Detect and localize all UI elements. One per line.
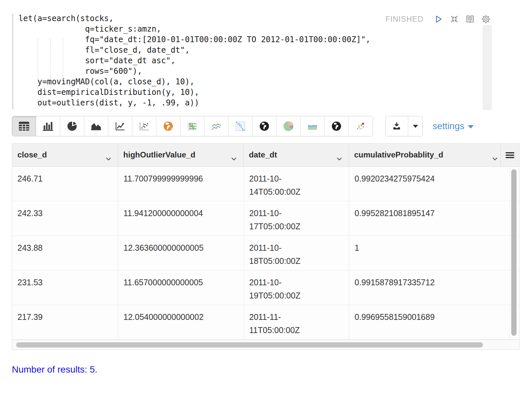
cell-cumulativeprobablity-d: 0.9920234275975424 <box>349 167 510 201</box>
code-line: fq="date_dt:[2010-01-01T00:00:00Z TO 201… <box>18 34 370 45</box>
viz-world-map-button[interactable] <box>156 116 180 136</box>
colored-scatter-icon <box>356 121 366 131</box>
download-button-group <box>385 116 423 136</box>
viz-colored-scatter-button[interactable] <box>349 116 373 136</box>
code-line: q=ticker_s:amzn, <box>18 24 370 34</box>
viz-scatter-plot-button[interactable] <box>132 116 156 136</box>
column-header-cumulativeprobablity-d[interactable]: cumulativeProbablity_d <box>349 144 501 166</box>
cell-highoutliervalue-d: 11.657000000000005 <box>118 270 244 305</box>
viz-heatmap-button[interactable] <box>228 116 253 136</box>
cell-cumulativeprobablity-d: 0.9952821081895147 <box>349 201 510 236</box>
viz-line-chart-button[interactable] <box>108 116 132 136</box>
cell-highoutliervalue-d: 12.363600000000005 <box>118 236 244 270</box>
multi-line-chart-icon <box>211 121 222 131</box>
chevron-down-icon[interactable] <box>231 154 237 163</box>
caret-down-icon <box>468 125 474 128</box>
viz-button-group <box>12 116 373 136</box>
run-icon[interactable] <box>433 14 444 24</box>
code-line: fl="close_d, date_dt", <box>18 45 370 55</box>
cell-highoutliervalue-d: 12.054000000000002 <box>118 305 244 339</box>
cell-date-dt: 2011-10-18T05:00:00Z <box>244 236 349 270</box>
cell-close-d: 243.88 <box>12 236 118 270</box>
table-row: 243.88 12.363600000000005 2011-10-18T05:… <box>12 236 519 270</box>
table-body: 246.71 11.700799999999996 2011-10-14T05:… <box>12 167 519 340</box>
cell-date-dt: 2011-11-11T05:00:00Z <box>244 305 349 339</box>
vertical-scrollbar[interactable] <box>511 169 517 336</box>
table-menu-button[interactable] <box>501 144 519 166</box>
viz-colored-pie-chart-button[interactable] <box>277 116 301 136</box>
column-header-date-dt[interactable]: date_dt <box>244 144 349 166</box>
colored-pie-chart-icon <box>283 121 294 132</box>
editor-gutter <box>12 14 13 109</box>
cell-cumulativeprobablity-d: 0.9969558159001689 <box>349 305 510 339</box>
table-icon <box>18 121 30 131</box>
hamburger-icon <box>506 152 514 158</box>
cell-highoutliervalue-d: 11.700799999999996 <box>118 167 244 201</box>
download-icon <box>392 121 402 131</box>
download-options-button[interactable] <box>408 116 422 136</box>
code-line: y=movingMAD(col(a, close_d), 10), <box>18 76 370 87</box>
code-line: rows="600"), <box>18 66 370 76</box>
code-editor[interactable]: let(a=search(stocks, q=ticker_s:amzn, fq… <box>12 13 504 111</box>
cell-close-d: 217.39 <box>12 305 118 339</box>
chevron-down-icon[interactable] <box>492 154 498 163</box>
settings-dropdown[interactable]: settings <box>433 121 474 131</box>
zeppelin-paragraph: let(a=search(stocks, q=ticker_s:amzn, fq… <box>0 0 532 394</box>
bubble-chart-icon <box>187 121 198 131</box>
download-button[interactable] <box>386 116 408 136</box>
table-row: 242.33 11.941200000000004 2011-10-17T05:… <box>12 201 519 236</box>
viz-area-chart-button[interactable] <box>84 116 108 136</box>
viz-globe-button-2[interactable] <box>325 116 349 136</box>
collapse-output-icon[interactable] <box>449 14 460 24</box>
column-label: highOutlierValue_d <box>123 150 196 159</box>
viz-table-button[interactable] <box>12 116 36 136</box>
viz-bubble-chart-button[interactable] <box>180 116 204 136</box>
column-label: cumulativeProbablity_d <box>354 150 443 159</box>
code-content[interactable]: let(a=search(stocks, q=ticker_s:amzn, fq… <box>18 13 370 108</box>
viz-toolbar: settings <box>12 116 520 136</box>
column-header-close-d[interactable]: close_d <box>12 144 118 166</box>
horizontal-scrollbar-track[interactable] <box>12 340 519 350</box>
viz-multi-line-chart-button[interactable] <box>204 116 228 136</box>
globe-orange-icon <box>163 121 173 131</box>
code-line: sort="date_dt asc", <box>18 55 370 66</box>
heatmap-icon <box>235 121 245 131</box>
editor-scrollbar[interactable] <box>483 25 492 110</box>
cell-close-d: 246.71 <box>12 167 118 201</box>
chevron-down-icon[interactable] <box>106 154 111 163</box>
column-label: close_d <box>17 150 47 159</box>
viz-pie-chart-button[interactable] <box>60 116 84 136</box>
table-row: 246.71 11.700799999999996 2011-10-14T05:… <box>12 167 519 201</box>
column-header-highoutliervalue-d[interactable]: highOutlierValue_d <box>118 144 244 166</box>
cell-cumulativeprobablity-d: 0.9915878917335712 <box>349 270 510 305</box>
paragraph-status: FINISHED <box>386 15 423 24</box>
viz-bar-chart-button[interactable] <box>36 116 60 136</box>
pie-chart-icon <box>67 121 77 131</box>
cell-close-d: 242.33 <box>12 201 118 236</box>
settings-label: settings <box>433 121 465 131</box>
chevron-down-icon[interactable] <box>336 154 342 163</box>
cell-cumulativeprobablity-d: 1 <box>349 236 510 270</box>
code-line: let(a=search(stocks, <box>18 13 370 24</box>
globe-dark-icon <box>331 121 342 131</box>
bar-chart-icon <box>42 121 54 131</box>
table-header-row: close_d highOutlierValue_d date_dt cumul… <box>12 144 519 167</box>
colored-area-chart-icon <box>307 121 318 131</box>
cell-date-dt: 2011-10-19T05:00:00Z <box>244 270 349 305</box>
globe-dark-icon <box>259 121 270 131</box>
paragraph-controls: FINISHED <box>386 14 491 24</box>
results-count: Number of results: 5. <box>12 364 97 375</box>
caret-down-icon <box>413 125 418 128</box>
horizontal-scrollbar[interactable] <box>16 342 483 348</box>
cell-close-d: 231.53 <box>12 270 118 305</box>
results-table: close_d highOutlierValue_d date_dt cumul… <box>12 143 519 350</box>
cell-date-dt: 2011-10-14T05:00:00Z <box>244 167 349 201</box>
viz-colored-area-chart-button[interactable] <box>301 116 325 136</box>
area-chart-icon <box>91 121 102 131</box>
table-row: 217.39 12.054000000000002 2011-11-11T05:… <box>12 305 519 340</box>
gear-icon[interactable] <box>481 14 491 24</box>
viz-globe-button-1[interactable] <box>253 116 277 136</box>
cell-date-dt: 2011-10-17T05:00:00Z <box>244 201 349 236</box>
show-editor-book-icon[interactable] <box>465 14 475 24</box>
column-label: date_dt <box>249 150 277 159</box>
